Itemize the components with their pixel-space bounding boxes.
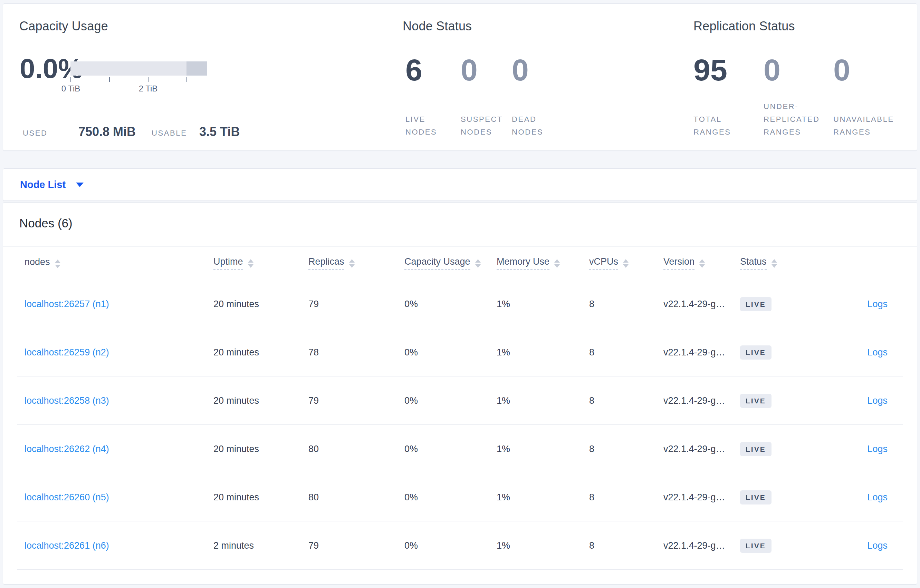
node-link[interactable]: localhost:26257 (n1) — [24, 299, 109, 309]
capacity-usage-cell: 0% — [404, 540, 497, 551]
capacity-usage-cell: 0% — [404, 299, 497, 310]
capacity-usage-title: Capacity Usage — [19, 19, 108, 34]
node-link[interactable]: localhost:26258 (n3) — [24, 396, 109, 406]
capacity-bar-reserved-segment — [186, 61, 207, 76]
node-link[interactable]: localhost:26262 (n4) — [24, 444, 109, 454]
logs-cell: Logs — [820, 396, 917, 406]
logs-cell: Logs — [820, 492, 917, 503]
sort-icon — [771, 259, 777, 268]
memory-use-cell: 1% — [497, 540, 589, 551]
axis-tick — [109, 77, 110, 82]
under-replicated-ranges-stat: 0 UNDER-REPLICATED RANGES — [764, 55, 833, 138]
table-body: localhost:26257 (n1) 20 minutes 79 0% 1%… — [3, 280, 917, 570]
column-header-vcpus[interactable]: vCPUs — [589, 256, 663, 270]
column-header-label: Capacity Usage — [404, 256, 470, 270]
logs-link[interactable]: Logs — [867, 492, 888, 502]
node-cell: localhost:26258 (n3) — [3, 396, 214, 406]
nodes-table-title: Nodes (6) — [19, 216, 73, 230]
column-header-label: Version — [663, 256, 695, 270]
axis-tick-label: 0 TiB — [62, 84, 81, 94]
replicas-cell: 79 — [308, 299, 404, 310]
memory-use-cell: 1% — [497, 396, 589, 406]
column-header-status[interactable]: Status — [740, 256, 820, 270]
uptime-cell: 20 minutes — [214, 299, 308, 310]
vcpus-cell: 8 — [589, 444, 663, 454]
memory-use-cell: 1% — [497, 347, 589, 358]
axis-tick — [186, 77, 187, 82]
column-header-version[interactable]: Version — [663, 256, 740, 270]
column-header-label: vCPUs — [589, 256, 618, 270]
status-cell: LIVE — [740, 394, 820, 408]
capacity-usage-cell: 0% — [404, 492, 497, 503]
sort-icon — [55, 260, 60, 268]
axis-tick — [148, 77, 149, 82]
logs-link[interactable]: Logs — [867, 347, 888, 357]
uptime-cell: 20 minutes — [214, 444, 308, 454]
capacity-usage-cell: 0% — [404, 347, 497, 358]
unavailable-ranges-label: UNAVAILABLE RANGES — [833, 113, 916, 138]
column-header-uptime[interactable]: Uptime — [214, 256, 308, 270]
column-header-label: Memory Use — [497, 256, 549, 270]
memory-use-cell: 1% — [497, 299, 589, 310]
column-header-nodes[interactable]: nodes — [3, 257, 214, 270]
logs-link[interactable]: Logs — [867, 396, 888, 406]
version-cell: v22.1.4-29-g… — [663, 492, 740, 503]
suspect-nodes-value: 0 — [461, 55, 512, 85]
status-cell: LIVE — [740, 442, 820, 456]
live-nodes-label: LIVE NODES — [405, 113, 450, 138]
node-status-title: Node Status — [403, 19, 472, 34]
used-value: 750.8 MiB — [78, 124, 136, 139]
memory-use-cell: 1% — [497, 444, 589, 454]
logs-link[interactable]: Logs — [867, 299, 888, 309]
version-cell: v22.1.4-29-g… — [663, 396, 740, 406]
table-row: localhost:26258 (n3) 20 minutes 79 0% 1%… — [3, 376, 917, 425]
status-cell: LIVE — [740, 346, 820, 360]
node-list-dropdown[interactable]: Node List — [20, 179, 66, 191]
table-row: localhost:26261 (n6) 2 minutes 79 0% 1% … — [3, 522, 917, 570]
dead-nodes-stat: 0 DEAD NODES — [512, 55, 567, 138]
column-header-memory-use[interactable]: Memory Use — [497, 256, 589, 270]
total-ranges-label: TOTAL RANGES — [693, 113, 739, 138]
table-row: localhost:26257 (n1) 20 minutes 79 0% 1%… — [3, 280, 917, 328]
node-cell: localhost:26259 (n2) — [3, 347, 214, 358]
node-status-stats: 6 LIVE NODES 0 SUSPECT NODES 0 DEAD NODE… — [405, 55, 567, 138]
sort-icon — [349, 259, 355, 268]
node-link[interactable]: localhost:26260 (n5) — [24, 492, 109, 502]
under-replicated-ranges-label: UNDER-REPLICATED RANGES — [764, 100, 833, 138]
status-badge: LIVE — [740, 442, 771, 456]
node-link[interactable]: localhost:26259 (n2) — [24, 347, 109, 357]
sort-icon — [623, 259, 628, 268]
cluster-summary-card: Capacity Usage 0.0% 0 TiB 2 TiB USED 750… — [3, 3, 917, 151]
version-cell: v22.1.4-29-g… — [663, 299, 740, 310]
under-replicated-ranges-value: 0 — [764, 55, 833, 85]
replicas-cell: 79 — [308, 396, 404, 406]
sort-icon — [554, 259, 560, 268]
capacity-usage-cell: 0% — [404, 396, 497, 406]
view-selector-bar: Node List — [3, 168, 917, 201]
logs-cell: Logs — [820, 299, 917, 310]
logs-cell: Logs — [820, 444, 917, 454]
status-badge: LIVE — [740, 394, 771, 408]
logs-link[interactable]: Logs — [867, 540, 888, 551]
total-ranges-stat: 95 TOTAL RANGES — [693, 55, 764, 138]
status-badge: LIVE — [740, 539, 771, 553]
status-cell: LIVE — [740, 539, 820, 553]
memory-use-cell: 1% — [497, 492, 589, 503]
vcpus-cell: 8 — [589, 492, 663, 503]
vcpus-cell: 8 — [589, 347, 663, 358]
uptime-cell: 2 minutes — [214, 540, 308, 551]
logs-cell: Logs — [820, 347, 917, 358]
column-header-capacity-usage[interactable]: Capacity Usage — [404, 256, 497, 270]
total-ranges-value: 95 — [693, 55, 764, 85]
logs-link[interactable]: Logs — [867, 444, 888, 454]
node-link[interactable]: localhost:26261 (n6) — [24, 540, 109, 551]
logs-cell: Logs — [820, 540, 917, 551]
suspect-nodes-stat: 0 SUSPECT NODES — [461, 55, 512, 138]
version-cell: v22.1.4-29-g… — [663, 347, 740, 358]
unavailable-ranges-stat: 0 UNAVAILABLE RANGES — [833, 55, 916, 138]
status-cell: LIVE — [740, 297, 820, 311]
column-header-replicas[interactable]: Replicas — [308, 256, 404, 270]
live-nodes-stat: 6 LIVE NODES — [405, 55, 461, 138]
chevron-down-icon[interactable] — [76, 183, 84, 187]
version-cell: v22.1.4-29-g… — [663, 540, 740, 551]
